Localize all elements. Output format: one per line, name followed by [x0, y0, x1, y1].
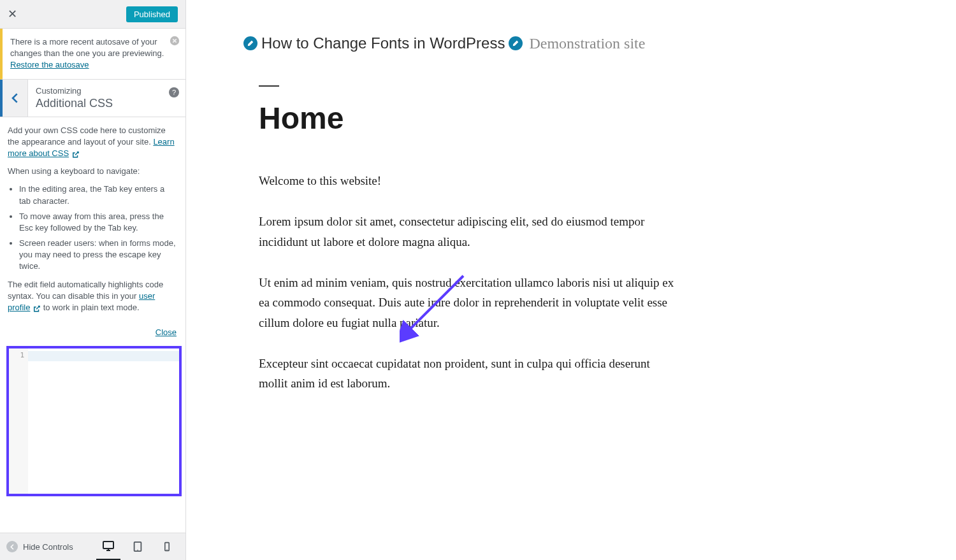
preview-pane: How to Change Fonts in WordPress Demonst…: [186, 0, 956, 560]
edit-icon[interactable]: [243, 36, 257, 50]
desc-li3: Screen reader users: when in forms mode,…: [19, 238, 178, 273]
paragraph: Lorem ipsum dolor sit amet, consectetur …: [259, 212, 679, 252]
close-link[interactable]: Close: [156, 327, 177, 337]
restore-autosave-link[interactable]: Restore the autosave: [10, 60, 89, 69]
site-title[interactable]: How to Change Fonts in WordPress: [261, 36, 505, 51]
description: Add your own CSS code here to customize …: [0, 117, 185, 328]
desktop-icon[interactable]: [96, 533, 120, 561]
svg-point-5: [166, 549, 167, 550]
desc-syntax2: to work in plain text mode.: [41, 303, 140, 312]
notice-text: There is a more recent autosave of your …: [10, 37, 164, 58]
site-tagline[interactable]: Demonstration site: [529, 36, 645, 51]
desc-intro: Add your own CSS code here to customize …: [8, 126, 166, 147]
sidebar-footer: Hide Controls: [0, 533, 185, 560]
hide-controls-label[interactable]: Hide Controls: [23, 542, 73, 552]
external-icon: [71, 150, 80, 158]
paragraph: Excepteur sint occaecat cupidatat non pr…: [259, 354, 679, 394]
code-area[interactable]: [28, 348, 179, 494]
page-title: Home: [259, 103, 679, 134]
section-header: Customizing Additional CSS ?: [0, 80, 185, 117]
paragraph: Ut enim ad minim veniam, quis nostrud ex…: [259, 273, 679, 333]
desc-li1: In the editing area, the Tab key enters …: [19, 183, 178, 206]
svg-point-3: [137, 550, 138, 550]
autosave-notice: There is a more recent autosave of your …: [0, 29, 185, 80]
desc-li2: To move away from this area, press the E…: [19, 211, 178, 234]
topbar: ✕ Published: [0, 0, 185, 29]
paragraph: Welcome to this website!: [259, 171, 679, 190]
back-button[interactable]: [0, 80, 28, 117]
published-button[interactable]: Published: [126, 6, 178, 22]
mobile-icon[interactable]: [155, 533, 179, 561]
svg-rect-1: [103, 542, 113, 549]
section-sup: Customizing: [36, 86, 178, 96]
page-content: Home Welcome to this website! Lorem ipsu…: [259, 85, 679, 394]
title-divider: [259, 85, 279, 87]
customizer-sidebar: ✕ Published There is a more recent autos…: [0, 0, 186, 560]
edit-icon[interactable]: [509, 36, 523, 50]
desc-keyboard: When using a keyboard to navigate:: [8, 166, 178, 177]
help-icon[interactable]: ?: [169, 87, 179, 97]
section-title: Customizing Additional CSS ?: [28, 80, 185, 117]
tablet-icon[interactable]: [126, 533, 150, 561]
external-icon: [33, 305, 41, 312]
close-icon[interactable]: ✕: [8, 7, 17, 21]
collapse-icon[interactable]: [6, 541, 18, 552]
line-gutter: 1: [9, 348, 28, 494]
css-editor[interactable]: 1: [6, 346, 182, 496]
section-main: Additional CSS: [36, 97, 178, 110]
dismiss-icon[interactable]: [169, 35, 180, 51]
site-header: How to Change Fonts in WordPress Demonst…: [243, 36, 899, 51]
